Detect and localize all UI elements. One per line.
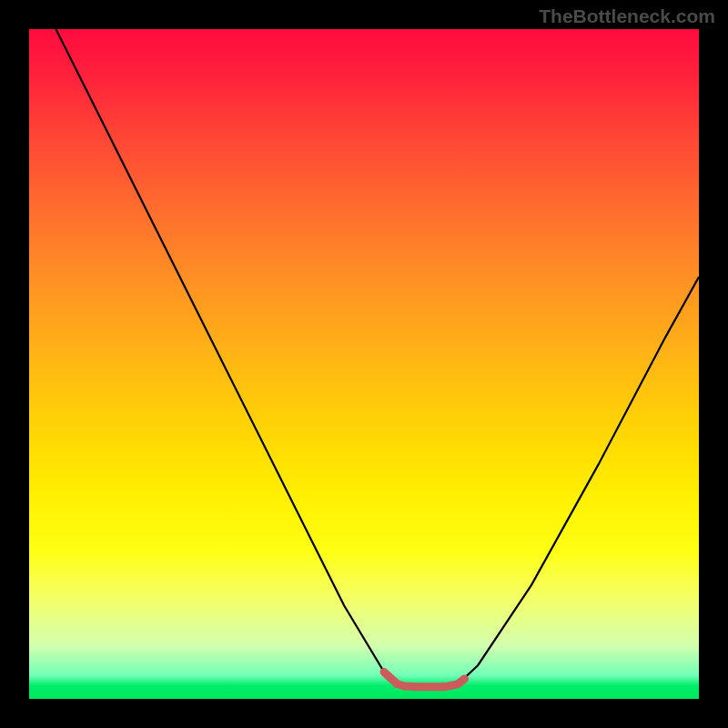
highlight-segment: [384, 672, 464, 687]
curve-line: [56, 29, 699, 687]
watermark-text: TheBottleneck.com: [539, 5, 715, 27]
chart-svg: [29, 29, 699, 699]
chart-plot-area: [29, 29, 699, 699]
